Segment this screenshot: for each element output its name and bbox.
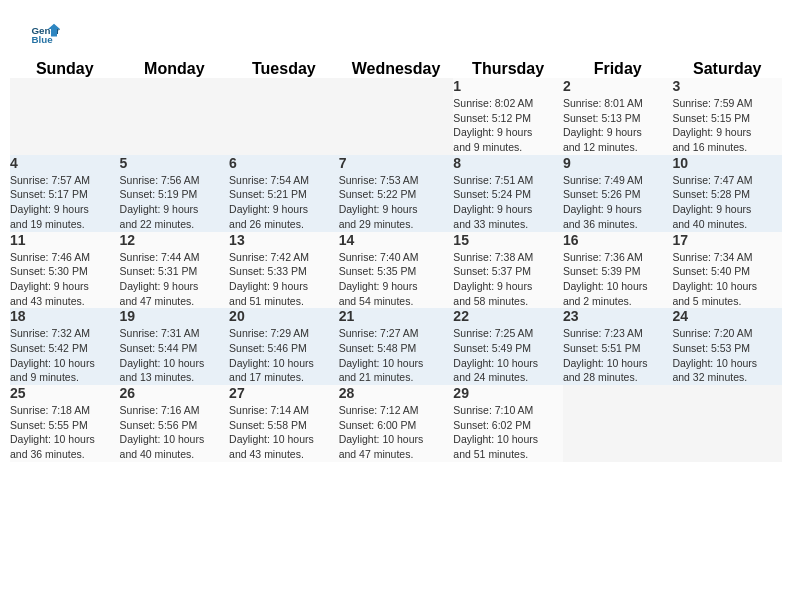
calendar-week-row: 18Sunrise: 7:32 AM Sunset: 5:42 PM Dayli… bbox=[10, 308, 782, 385]
calendar-cell: 16Sunrise: 7:36 AM Sunset: 5:39 PM Dayli… bbox=[563, 232, 673, 309]
day-info: Sunrise: 7:49 AM Sunset: 5:26 PM Dayligh… bbox=[563, 173, 673, 232]
day-number: 16 bbox=[563, 232, 673, 248]
day-info: Sunrise: 7:56 AM Sunset: 5:19 PM Dayligh… bbox=[120, 173, 230, 232]
day-info: Sunrise: 7:40 AM Sunset: 5:35 PM Dayligh… bbox=[339, 250, 454, 309]
calendar-cell: 24Sunrise: 7:20 AM Sunset: 5:53 PM Dayli… bbox=[672, 308, 782, 385]
day-info: Sunrise: 7:32 AM Sunset: 5:42 PM Dayligh… bbox=[10, 326, 120, 385]
day-number: 23 bbox=[563, 308, 673, 324]
day-number: 4 bbox=[10, 155, 120, 171]
day-info: Sunrise: 7:38 AM Sunset: 5:37 PM Dayligh… bbox=[453, 250, 563, 309]
day-number: 17 bbox=[672, 232, 782, 248]
day-info: Sunrise: 7:25 AM Sunset: 5:49 PM Dayligh… bbox=[453, 326, 563, 385]
day-number: 10 bbox=[672, 155, 782, 171]
logo: General Blue bbox=[30, 20, 64, 50]
day-number: 14 bbox=[339, 232, 454, 248]
weekday-header: Saturday bbox=[672, 60, 782, 78]
calendar-cell: 17Sunrise: 7:34 AM Sunset: 5:40 PM Dayli… bbox=[672, 232, 782, 309]
day-info: Sunrise: 7:34 AM Sunset: 5:40 PM Dayligh… bbox=[672, 250, 782, 309]
day-info: Sunrise: 7:12 AM Sunset: 6:00 PM Dayligh… bbox=[339, 403, 454, 462]
calendar-week-row: 25Sunrise: 7:18 AM Sunset: 5:55 PM Dayli… bbox=[10, 385, 782, 462]
day-info: Sunrise: 7:57 AM Sunset: 5:17 PM Dayligh… bbox=[10, 173, 120, 232]
day-info: Sunrise: 7:23 AM Sunset: 5:51 PM Dayligh… bbox=[563, 326, 673, 385]
calendar-cell: 14Sunrise: 7:40 AM Sunset: 5:35 PM Dayli… bbox=[339, 232, 454, 309]
calendar-table: SundayMondayTuesdayWednesdayThursdayFrid… bbox=[10, 60, 782, 462]
calendar-cell: 15Sunrise: 7:38 AM Sunset: 5:37 PM Dayli… bbox=[453, 232, 563, 309]
day-info: Sunrise: 7:53 AM Sunset: 5:22 PM Dayligh… bbox=[339, 173, 454, 232]
calendar-cell bbox=[672, 385, 782, 462]
calendar-cell bbox=[229, 78, 339, 155]
calendar-cell: 25Sunrise: 7:18 AM Sunset: 5:55 PM Dayli… bbox=[10, 385, 120, 462]
calendar-body: 1Sunrise: 8:02 AM Sunset: 5:12 PM Daylig… bbox=[10, 78, 782, 462]
day-info: Sunrise: 7:16 AM Sunset: 5:56 PM Dayligh… bbox=[120, 403, 230, 462]
day-info: Sunrise: 7:36 AM Sunset: 5:39 PM Dayligh… bbox=[563, 250, 673, 309]
day-info: Sunrise: 7:18 AM Sunset: 5:55 PM Dayligh… bbox=[10, 403, 120, 462]
calendar-cell: 11Sunrise: 7:46 AM Sunset: 5:30 PM Dayli… bbox=[10, 232, 120, 309]
day-info: Sunrise: 8:01 AM Sunset: 5:13 PM Dayligh… bbox=[563, 96, 673, 155]
calendar-cell: 29Sunrise: 7:10 AM Sunset: 6:02 PM Dayli… bbox=[453, 385, 563, 462]
calendar-cell bbox=[563, 385, 673, 462]
day-number: 15 bbox=[453, 232, 563, 248]
day-number: 1 bbox=[453, 78, 563, 94]
calendar-week-row: 1Sunrise: 8:02 AM Sunset: 5:12 PM Daylig… bbox=[10, 78, 782, 155]
day-number: 21 bbox=[339, 308, 454, 324]
calendar-cell: 20Sunrise: 7:29 AM Sunset: 5:46 PM Dayli… bbox=[229, 308, 339, 385]
day-number: 24 bbox=[672, 308, 782, 324]
day-number: 9 bbox=[563, 155, 673, 171]
day-info: Sunrise: 7:20 AM Sunset: 5:53 PM Dayligh… bbox=[672, 326, 782, 385]
day-number: 6 bbox=[229, 155, 339, 171]
weekday-header: Tuesday bbox=[229, 60, 339, 78]
day-info: Sunrise: 7:14 AM Sunset: 5:58 PM Dayligh… bbox=[229, 403, 339, 462]
day-info: Sunrise: 7:47 AM Sunset: 5:28 PM Dayligh… bbox=[672, 173, 782, 232]
day-number: 7 bbox=[339, 155, 454, 171]
calendar-week-row: 4Sunrise: 7:57 AM Sunset: 5:17 PM Daylig… bbox=[10, 155, 782, 232]
calendar-cell: 6Sunrise: 7:54 AM Sunset: 5:21 PM Daylig… bbox=[229, 155, 339, 232]
svg-text:Blue: Blue bbox=[32, 34, 54, 45]
day-number: 8 bbox=[453, 155, 563, 171]
day-info: Sunrise: 7:27 AM Sunset: 5:48 PM Dayligh… bbox=[339, 326, 454, 385]
calendar-header-row: SundayMondayTuesdayWednesdayThursdayFrid… bbox=[10, 60, 782, 78]
calendar-cell bbox=[120, 78, 230, 155]
day-info: Sunrise: 8:02 AM Sunset: 5:12 PM Dayligh… bbox=[453, 96, 563, 155]
calendar-cell bbox=[339, 78, 454, 155]
day-number: 20 bbox=[229, 308, 339, 324]
calendar-cell: 9Sunrise: 7:49 AM Sunset: 5:26 PM Daylig… bbox=[563, 155, 673, 232]
calendar-cell: 7Sunrise: 7:53 AM Sunset: 5:22 PM Daylig… bbox=[339, 155, 454, 232]
calendar-cell: 1Sunrise: 8:02 AM Sunset: 5:12 PM Daylig… bbox=[453, 78, 563, 155]
day-number: 28 bbox=[339, 385, 454, 401]
day-info: Sunrise: 7:31 AM Sunset: 5:44 PM Dayligh… bbox=[120, 326, 230, 385]
calendar-week-row: 11Sunrise: 7:46 AM Sunset: 5:30 PM Dayli… bbox=[10, 232, 782, 309]
calendar-cell: 19Sunrise: 7:31 AM Sunset: 5:44 PM Dayli… bbox=[120, 308, 230, 385]
day-info: Sunrise: 7:59 AM Sunset: 5:15 PM Dayligh… bbox=[672, 96, 782, 155]
day-number: 3 bbox=[672, 78, 782, 94]
calendar-cell: 23Sunrise: 7:23 AM Sunset: 5:51 PM Dayli… bbox=[563, 308, 673, 385]
calendar-cell: 12Sunrise: 7:44 AM Sunset: 5:31 PM Dayli… bbox=[120, 232, 230, 309]
day-info: Sunrise: 7:29 AM Sunset: 5:46 PM Dayligh… bbox=[229, 326, 339, 385]
day-number: 19 bbox=[120, 308, 230, 324]
day-number: 29 bbox=[453, 385, 563, 401]
day-info: Sunrise: 7:54 AM Sunset: 5:21 PM Dayligh… bbox=[229, 173, 339, 232]
calendar-cell: 10Sunrise: 7:47 AM Sunset: 5:28 PM Dayli… bbox=[672, 155, 782, 232]
calendar-cell: 18Sunrise: 7:32 AM Sunset: 5:42 PM Dayli… bbox=[10, 308, 120, 385]
calendar-cell: 13Sunrise: 7:42 AM Sunset: 5:33 PM Dayli… bbox=[229, 232, 339, 309]
calendar-cell: 5Sunrise: 7:56 AM Sunset: 5:19 PM Daylig… bbox=[120, 155, 230, 232]
calendar-cell bbox=[10, 78, 120, 155]
day-number: 2 bbox=[563, 78, 673, 94]
weekday-header: Friday bbox=[563, 60, 673, 78]
day-number: 26 bbox=[120, 385, 230, 401]
day-number: 18 bbox=[10, 308, 120, 324]
day-number: 11 bbox=[10, 232, 120, 248]
calendar-cell: 26Sunrise: 7:16 AM Sunset: 5:56 PM Dayli… bbox=[120, 385, 230, 462]
weekday-header: Wednesday bbox=[339, 60, 454, 78]
day-info: Sunrise: 7:51 AM Sunset: 5:24 PM Dayligh… bbox=[453, 173, 563, 232]
day-number: 12 bbox=[120, 232, 230, 248]
weekday-header: Sunday bbox=[10, 60, 120, 78]
day-number: 27 bbox=[229, 385, 339, 401]
day-number: 5 bbox=[120, 155, 230, 171]
weekday-header: Monday bbox=[120, 60, 230, 78]
day-info: Sunrise: 7:42 AM Sunset: 5:33 PM Dayligh… bbox=[229, 250, 339, 309]
logo-icon: General Blue bbox=[30, 20, 60, 50]
day-number: 22 bbox=[453, 308, 563, 324]
calendar-cell: 27Sunrise: 7:14 AM Sunset: 5:58 PM Dayli… bbox=[229, 385, 339, 462]
day-info: Sunrise: 7:10 AM Sunset: 6:02 PM Dayligh… bbox=[453, 403, 563, 462]
calendar-cell: 8Sunrise: 7:51 AM Sunset: 5:24 PM Daylig… bbox=[453, 155, 563, 232]
